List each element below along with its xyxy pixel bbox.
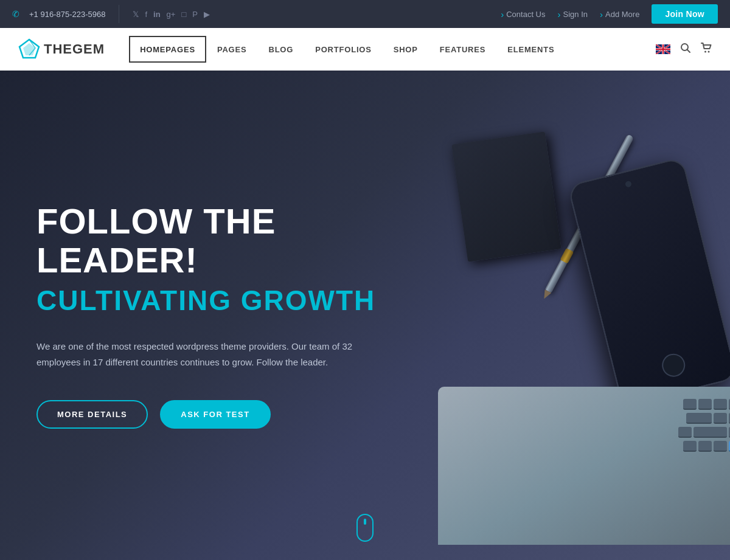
phone-icon: ✆ bbox=[12, 9, 19, 19]
pinterest-icon[interactable]: P bbox=[192, 10, 198, 19]
linkedin-icon[interactable]: in bbox=[153, 10, 161, 19]
top-bar-left: ✆ +1 916-875-223-5968 𝕏 f in g+ □ P ▶ bbox=[12, 5, 210, 23]
instagram-icon[interactable]: □ bbox=[181, 10, 186, 19]
facebook-icon[interactable]: f bbox=[145, 10, 147, 19]
phone-decoration bbox=[568, 157, 730, 407]
hero-section: FOLLOW THE LEADER! CULTIVATING GROWTH We… bbox=[0, 71, 730, 560]
logo-text-regular: THE bbox=[44, 41, 72, 57]
ask-for-test-button[interactable]: ASK FOR TEST bbox=[160, 400, 270, 429]
hero-illustration bbox=[365, 107, 730, 545]
nav-item-pages[interactable]: PAGES bbox=[206, 28, 258, 71]
logo-text-bold: GEM bbox=[72, 41, 105, 57]
nav-item-elements[interactable]: ELEMENTS bbox=[496, 28, 565, 71]
contact-us-link[interactable]: Contact Us bbox=[501, 9, 545, 19]
hero-title-main: FOLLOW THE LEADER! bbox=[36, 202, 377, 280]
search-icon[interactable] bbox=[680, 43, 691, 57]
top-bar: ✆ +1 916-875-223-5968 𝕏 f in g+ □ P ▶ Co… bbox=[0, 0, 730, 28]
hero-title-sub: CULTIVATING GROWTH bbox=[36, 284, 377, 317]
logo[interactable]: THEGEM bbox=[18, 38, 105, 60]
hero-buttons: MORE DETAILS ASK FOR TEST bbox=[36, 400, 377, 429]
googleplus-icon[interactable]: g+ bbox=[167, 10, 176, 19]
language-flag-icon[interactable] bbox=[656, 44, 670, 54]
join-now-button[interactable]: Join Now bbox=[652, 4, 718, 24]
nav-item-shop[interactable]: SHOP bbox=[383, 28, 429, 71]
svg-line-4 bbox=[687, 49, 690, 52]
scroll-dot bbox=[364, 519, 366, 525]
hero-description: We are one of the most respected wordpre… bbox=[36, 339, 377, 370]
social-icons: 𝕏 f in g+ □ P ▶ bbox=[133, 10, 210, 19]
add-more-link[interactable]: Add More bbox=[600, 9, 639, 19]
topbar-divider bbox=[119, 5, 119, 23]
nav-item-portfolios[interactable]: PORTFOLIOS bbox=[304, 28, 383, 71]
top-bar-right: Contact Us Sign In Add More Join Now bbox=[501, 4, 718, 24]
youtube-icon[interactable]: ▶ bbox=[204, 10, 210, 19]
phone-number: +1 916-875-223-5968 bbox=[29, 10, 105, 19]
laptop-decoration bbox=[438, 387, 730, 545]
navbar: THEGEM HOMEPAGES PAGES BLOG PORTFOLIOS S… bbox=[0, 28, 730, 71]
nav-item-features[interactable]: FEATURES bbox=[429, 28, 497, 71]
book-decoration bbox=[451, 131, 561, 262]
nav-item-blog[interactable]: BLOG bbox=[257, 28, 304, 71]
twitter-icon[interactable]: 𝕏 bbox=[133, 10, 139, 19]
logo-text: THEGEM bbox=[44, 41, 105, 57]
nav-menu: HOMEPAGES PAGES BLOG PORTFOLIOS SHOP FEA… bbox=[129, 28, 656, 71]
logo-icon bbox=[18, 38, 40, 60]
svg-point-5 bbox=[704, 50, 706, 52]
hero-content: FOLLOW THE LEADER! CULTIVATING GROWTH We… bbox=[0, 202, 414, 429]
nav-item-homepages[interactable]: HOMEPAGES bbox=[129, 36, 206, 63]
svg-point-6 bbox=[708, 50, 710, 52]
cart-icon[interactable] bbox=[701, 43, 712, 57]
scroll-indicator bbox=[356, 514, 374, 542]
nav-right bbox=[656, 43, 712, 57]
more-details-button[interactable]: MORE DETAILS bbox=[36, 400, 148, 429]
sign-in-link[interactable]: Sign In bbox=[558, 9, 588, 19]
